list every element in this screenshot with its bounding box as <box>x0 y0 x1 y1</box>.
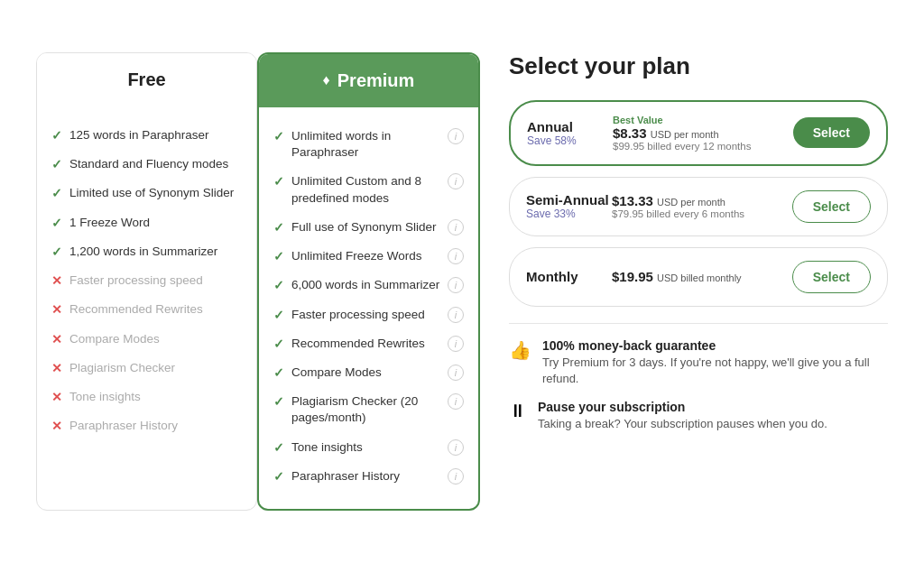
info-icon[interactable]: i <box>448 365 464 381</box>
pause-subscription-title: Pause your subscription <box>538 400 827 414</box>
semi-annual-save-label: Save 33% <box>526 208 612 220</box>
premium-feature-custom-modes: ✓ Unlimited Custom and 8 predefined mode… <box>273 167 464 212</box>
feature-label: Unlimited Freeze Words <box>291 248 440 264</box>
check-icon: ✓ <box>51 128 62 143</box>
semi-annual-plan-price: $13.33 USD per month $79.95 billed every… <box>612 193 792 219</box>
free-feature-paraphraser-history: ✕ Paraphraser History <box>51 411 242 440</box>
free-feature-words-paraphraser: ✓ 125 words in Paraphraser <box>51 121 242 150</box>
annual-save-label: Save 58% <box>527 134 613 147</box>
premium-plan-header: ♦ Premium <box>259 54 478 107</box>
premium-plan-title: Premium <box>337 70 415 91</box>
free-feature-summarizer: ✓ 1,200 words in Summarizer <box>51 237 242 266</box>
semi-annual-price-unit: USD per month <box>657 197 725 208</box>
free-feature-faster-processing: ✕ Faster processing speed <box>51 266 242 295</box>
annual-price-unit: USD per month <box>651 129 719 140</box>
feature-label: Recommended Rewrites <box>291 336 440 352</box>
info-icon[interactable]: i <box>448 307 464 323</box>
feature-label: Unlimited words in Paraphraser <box>291 128 440 161</box>
info-icon[interactable]: i <box>448 439 464 456</box>
check-icon: ✓ <box>273 249 284 263</box>
annual-price-sub: $99.95 billed every 12 months <box>613 141 793 152</box>
info-icon[interactable]: i <box>448 336 464 352</box>
feature-label: Faster processing speed <box>69 272 242 289</box>
feature-label: Compare Modes <box>69 331 242 347</box>
free-feature-synonym-slider: ✓ Limited use of Synonym Slider <box>51 179 242 208</box>
annual-select-button[interactable]: Select <box>793 117 870 148</box>
free-feature-plagiarism-checker: ✕ Plagiarism Checker <box>51 354 242 383</box>
free-feature-freeze-word: ✓ 1 Freeze Word <box>51 208 242 237</box>
semi-annual-plan-option[interactable]: Semi-Annual Save 33% $13.33 USD per mont… <box>509 177 888 236</box>
premium-feature-summarizer: ✓ 6,000 words in Summarizer i <box>273 271 464 300</box>
feature-label: Paraphraser History <box>291 468 440 485</box>
premium-plan-features: ✓ Unlimited words in Paraphraser i ✓ Unl… <box>259 107 478 509</box>
free-feature-standard-fluency: ✓ Standard and Fluency modes <box>51 150 242 179</box>
check-icon: ✓ <box>273 394 284 409</box>
select-plan-title: Select your plan <box>509 52 888 80</box>
thumbsup-icon: 👍 <box>509 339 531 361</box>
info-icon[interactable]: i <box>448 248 464 264</box>
pause-subscription-benefit: ⏸ Pause your subscription Taking a break… <box>509 400 888 432</box>
feature-label: Tone insights <box>291 439 440 456</box>
money-back-desc: Try Premium for 3 days. If you're not ha… <box>542 355 888 387</box>
monthly-plan-price: $19.95 USD billed monthly <box>612 269 792 284</box>
premium-plan-card: ♦ Premium ✓ Unlimited words in Paraphras… <box>257 52 480 511</box>
free-plan-features: ✓ 125 words in Paraphraser ✓ Standard an… <box>37 106 256 458</box>
check-icon: ✓ <box>273 308 284 322</box>
info-icon[interactable]: i <box>448 393 464 410</box>
check-icon: ✓ <box>51 245 62 259</box>
check-icon: ✓ <box>51 186 62 200</box>
feature-label: Plagiarism Checker <box>69 360 242 376</box>
x-icon: ✕ <box>51 390 62 404</box>
annual-plan-name: Annual Save 58% <box>527 119 613 147</box>
annual-plan-price: Best Value $8.33 USD per month $99.95 bi… <box>613 115 793 152</box>
free-plan-title: Free <box>127 69 165 89</box>
free-plan-card: Free ✓ 125 words in Paraphraser ✓ Standa… <box>36 52 257 511</box>
premium-feature-compare-modes: ✓ Compare Modes i <box>273 358 464 387</box>
x-icon: ✕ <box>51 273 62 288</box>
plans-comparison: Free ✓ 125 words in Paraphraser ✓ Standa… <box>36 52 480 511</box>
feature-label: Plagiarism Checker (20 pages/month) <box>291 393 440 426</box>
feature-label: 125 words in Paraphraser <box>69 127 242 143</box>
feature-label: 1,200 words in Summarizer <box>69 244 242 260</box>
x-icon: ✕ <box>51 361 62 375</box>
diamond-icon: ♦ <box>323 72 330 88</box>
select-plan-section: Select your plan Annual Save 58% Best Va… <box>509 52 888 511</box>
premium-feature-tone-insights: ✓ Tone insights i <box>273 433 464 462</box>
feature-label: Tone insights <box>69 389 242 405</box>
check-icon: ✓ <box>273 440 284 455</box>
info-icon[interactable]: i <box>448 128 464 144</box>
semi-annual-select-button[interactable]: Select <box>792 190 871 223</box>
feature-label: Limited use of Synonym Slider <box>69 185 242 201</box>
info-icon[interactable]: i <box>448 219 464 235</box>
monthly-select-button[interactable]: Select <box>792 261 871 293</box>
premium-feature-plagiarism-checker: ✓ Plagiarism Checker (20 pages/month) i <box>273 387 464 432</box>
x-icon: ✕ <box>51 332 62 346</box>
check-icon: ✓ <box>273 365 284 380</box>
pause-subscription-desc: Taking a break? Your subscription pauses… <box>538 416 827 432</box>
feature-label: Full use of Synonym Slider <box>291 219 440 235</box>
page-container: Free ✓ 125 words in Paraphraser ✓ Standa… <box>0 23 924 540</box>
monthly-price-main: $19.95 USD billed monthly <box>612 269 792 284</box>
free-feature-tone-insights: ✕ Tone insights <box>51 383 242 411</box>
premium-feature-synonym-slider: ✓ Full use of Synonym Slider i <box>273 213 464 242</box>
money-back-text: 100% money-back guarantee Try Premium fo… <box>542 338 888 387</box>
annual-plan-option[interactable]: Annual Save 58% Best Value $8.33 USD per… <box>509 100 888 166</box>
feature-label: Paraphraser History <box>69 418 242 434</box>
semi-annual-price-sub: $79.95 billed every 6 months <box>612 208 792 219</box>
benefits-section: 👍 100% money-back guarantee Try Premium … <box>509 323 888 433</box>
check-icon: ✓ <box>273 129 284 143</box>
free-plan-header: Free <box>37 53 256 106</box>
info-icon[interactable]: i <box>448 173 464 189</box>
semi-annual-name-label: Semi-Annual <box>526 192 612 208</box>
annual-name-label: Annual <box>527 119 613 134</box>
info-icon[interactable]: i <box>448 277 464 293</box>
annual-best-value-label: Best Value <box>613 115 793 125</box>
money-back-benefit: 👍 100% money-back guarantee Try Premium … <box>509 338 888 387</box>
free-feature-recommended-rewrites: ✕ Recommended Rewrites <box>51 295 242 324</box>
money-back-title: 100% money-back guarantee <box>542 338 888 353</box>
monthly-plan-option[interactable]: Monthly $19.95 USD billed monthly Select <box>509 247 888 307</box>
pause-icon: ⏸ <box>509 401 527 421</box>
feature-label: Recommended Rewrites <box>69 301 242 318</box>
x-icon: ✕ <box>51 302 62 317</box>
info-icon[interactable]: i <box>448 468 464 485</box>
